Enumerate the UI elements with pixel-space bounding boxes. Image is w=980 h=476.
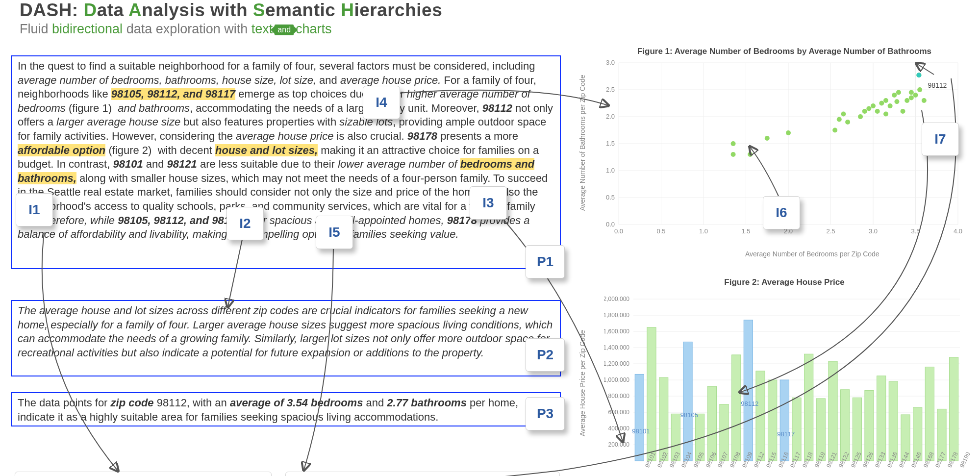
badge-p3: P3	[526, 397, 565, 430]
app-header: DASH: Data Analysis with Semantic Hierar…	[20, 0, 442, 37]
svg-rect-99	[829, 361, 837, 461]
svg-point-45	[875, 109, 880, 114]
svg-text:2.5: 2.5	[606, 86, 615, 93]
badge-p2: P2	[526, 338, 565, 372]
svg-point-41	[858, 114, 863, 119]
app-title: DASH: Data Analysis with Semantic Hierar…	[20, 0, 442, 21]
svg-rect-84	[647, 327, 656, 461]
svg-point-37	[832, 128, 837, 133]
figure2-bar: 200,000400,000600,000800,0001,000,0001,2…	[604, 294, 963, 476]
svg-rect-89	[707, 386, 716, 461]
figure1-ylabel: Average Number of Bathrooms per Zip Code	[578, 75, 586, 211]
svg-text:800,000: 800,000	[608, 393, 630, 400]
svg-point-42	[862, 109, 867, 114]
bar-highlight-label: 98112	[741, 400, 758, 407]
tell-me-more-button[interactable]: Tell Me More	[15, 472, 272, 476]
svg-text:1,400,000: 1,400,000	[604, 344, 629, 351]
figure2-title: Figure 2: Average House Price	[628, 277, 941, 287]
svg-rect-93	[756, 371, 765, 461]
svg-rect-94	[768, 380, 777, 461]
badge-i1: I1	[16, 193, 53, 226]
svg-point-60	[922, 98, 927, 103]
svg-point-51	[894, 99, 899, 104]
badge-i7: I7	[922, 123, 959, 156]
badge-p1: P1	[526, 245, 565, 278]
svg-point-54	[905, 98, 909, 103]
svg-rect-109	[950, 357, 958, 461]
svg-text:1.0: 1.0	[699, 227, 708, 235]
svg-point-39	[845, 120, 850, 125]
svg-point-57	[913, 93, 918, 98]
svg-point-61	[916, 73, 921, 77]
svg-text:1,800,000: 1,800,000	[604, 312, 629, 319]
svg-rect-97	[804, 354, 813, 461]
svg-point-38	[837, 117, 842, 122]
paragraph-1: In the quest to find a suitable neighbor…	[11, 55, 561, 269]
svg-point-50	[892, 93, 897, 98]
svg-point-40	[841, 112, 846, 117]
svg-point-56	[909, 96, 914, 100]
svg-text:2.5: 2.5	[826, 227, 835, 235]
svg-text:4.0: 4.0	[954, 227, 962, 235]
svg-text:0.0: 0.0	[606, 221, 615, 228]
svg-rect-107	[925, 367, 934, 461]
svg-point-55	[909, 90, 914, 95]
svg-text:3.5: 3.5	[911, 227, 920, 235]
svg-rect-102	[865, 390, 874, 461]
svg-text:1.0: 1.0	[606, 167, 615, 174]
svg-point-46	[879, 101, 884, 106]
svg-text:3.0: 3.0	[606, 59, 615, 66]
svg-text:200,000: 200,000	[608, 441, 630, 448]
badge-i5: I5	[316, 216, 353, 249]
svg-point-47	[883, 98, 888, 103]
svg-text:1,000,000: 1,000,000	[604, 376, 629, 383]
svg-text:98112: 98112	[928, 81, 947, 89]
figure1-xlabel: Average Number of Bedrooms per Zip Code	[745, 250, 879, 258]
svg-point-49	[888, 103, 893, 108]
svg-point-48	[883, 112, 888, 117]
badge-i3: I3	[470, 186, 507, 220]
bar-highlight-label: 98101	[632, 427, 650, 435]
svg-point-53	[901, 109, 905, 114]
svg-rect-100	[841, 390, 850, 461]
svg-text:2.0: 2.0	[606, 113, 615, 120]
svg-text:1.5: 1.5	[741, 227, 750, 235]
badge-i2: I2	[226, 207, 264, 240]
paragraph-3: The data points for zip code 98112, with…	[11, 392, 561, 426]
svg-rect-85	[659, 377, 668, 461]
bar-highlight-label: 98105	[680, 411, 698, 419]
figure2-ylabel: Average House Price per Zip Code	[578, 330, 586, 436]
svg-rect-95	[780, 380, 789, 461]
svg-text:1,200,000: 1,200,000	[604, 360, 629, 367]
bar-highlight-label: 98117	[777, 430, 795, 438]
svg-point-34	[731, 141, 736, 146]
svg-text:400,000: 400,000	[608, 425, 630, 432]
figure1-title: Figure 1: Average Number of Bedrooms by …	[628, 47, 941, 56]
svg-text:0.0: 0.0	[614, 227, 623, 235]
show-me-more-button[interactable]: Show Me More	[285, 472, 560, 476]
svg-rect-104	[889, 381, 898, 461]
svg-rect-91	[732, 355, 741, 461]
svg-text:0.5: 0.5	[606, 194, 615, 201]
app-subtitle: Fluid bidirectional data exploration wit…	[20, 22, 442, 37]
svg-point-43	[866, 106, 871, 111]
svg-rect-92	[744, 320, 753, 461]
svg-text:1,600,000: 1,600,000	[604, 328, 629, 335]
svg-point-35	[765, 136, 770, 141]
svg-point-59	[917, 87, 922, 92]
svg-point-32	[731, 152, 736, 157]
svg-text:2,000,000: 2,000,000	[604, 296, 629, 302]
svg-point-33	[748, 152, 753, 157]
svg-point-36	[786, 130, 791, 135]
svg-rect-87	[683, 342, 692, 461]
svg-rect-103	[877, 376, 886, 461]
svg-rect-83	[635, 374, 644, 461]
paragraph-2: The average house and lot sizes across d…	[11, 300, 561, 376]
svg-point-44	[871, 103, 876, 108]
badge-i6: I6	[763, 196, 800, 229]
svg-text:1.5: 1.5	[606, 140, 615, 147]
svg-text:0.5: 0.5	[656, 227, 665, 235]
svg-text:3.0: 3.0	[869, 227, 878, 235]
svg-text:600,000: 600,000	[608, 409, 630, 416]
badge-i4: I4	[363, 86, 400, 119]
